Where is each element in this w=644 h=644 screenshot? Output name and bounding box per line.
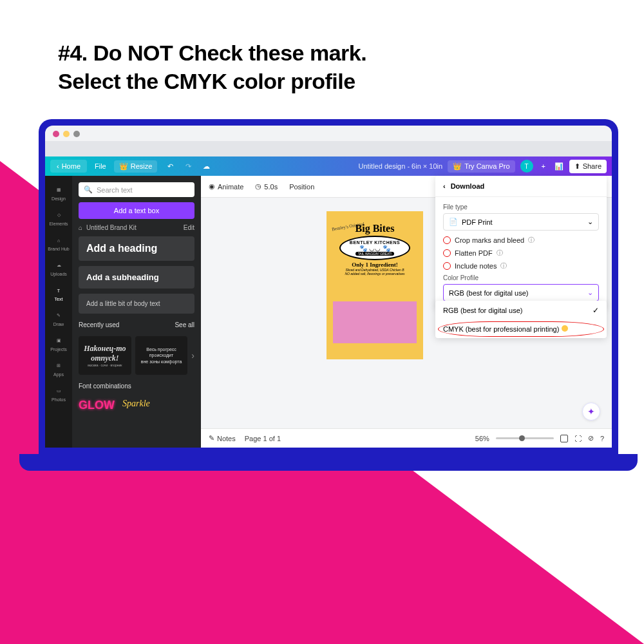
text-icon: T [53,285,64,296]
upload-icon: ⬆ [574,162,580,171]
crown-icon: 👑 [453,162,462,171]
plus-icon[interactable]: + [538,161,549,171]
bottom-bar: ✎Notes Page 1 of 1 56% ⛶ ⊘ ? [201,428,612,448]
undo-icon[interactable]: ↶ [165,161,175,171]
page-indicator: Page 1 of 1 [245,435,281,442]
rail-brandhub[interactable]: ⌂Brand Hub [45,231,72,255]
info-icon[interactable]: ⓘ [528,236,535,245]
back-icon[interactable]: ‹ [443,182,446,190]
edit-link[interactable]: Edit [184,224,194,231]
recently-used-label: Recently used [79,321,119,328]
templates-icon: ▦ [53,185,64,195]
pink-rectangle [333,301,417,343]
fullscreen-icon[interactable]: ⛶ [574,435,582,442]
mascot-face-icon: 🐾 ◡◡ 🐾 [359,245,390,252]
brand-kit-label: Untitled Brand Kit [86,224,137,231]
user-avatar[interactable]: T [520,160,533,173]
maximize-icon [73,131,80,137]
app-topbar: ‹ Home File 👑 Resize ↶ ↷ ☁ Untitled desi… [45,156,612,176]
rail-design[interactable]: ▦Design [45,181,72,205]
info-icon[interactable]: ⓘ [500,261,507,270]
crown-icon: 👑 [119,162,128,171]
animate-button[interactable]: ◉Animate [209,182,243,191]
rail-text[interactable]: TText [45,281,72,305]
position-button[interactable]: Position [289,183,314,191]
crop-marks-checkbox[interactable]: Crop marks and bleed ⓘ [443,236,599,245]
download-header: ‹ Download [435,176,607,197]
download-panel: ‹ Download File type 📄PDF Print ⌄ Crop m… [435,176,607,308]
rail-apps[interactable]: ⊞Apps [45,357,72,381]
font-combo-glow[interactable]: GLOW [79,399,115,412]
grid-view-icon[interactable] [560,435,568,442]
chevron-right-icon[interactable]: › [191,350,194,361]
laptop-base [19,454,638,471]
file-type-label: File type [443,204,599,211]
font-combinations-label: Font combinations [79,383,131,390]
color-profile-dropdown: RGB (best for digital use) ✓ CMYK (best … [435,301,607,338]
search-input[interactable]: 🔍 Search text [79,182,194,197]
browser-toolbar [45,141,612,156]
instruction-title: #4. Do NOT Check these mark. Select the … [58,39,366,95]
file-menu[interactable]: File [95,162,106,170]
try-pro-button[interactable]: 👑 Try Canva Pro [448,160,515,173]
redo-icon[interactable]: ↷ [183,161,193,171]
folder-icon: ▣ [53,336,64,346]
see-all-link[interactable]: See all [175,321,194,328]
image-icon: ▭ [53,386,64,396]
search-icon: 🔍 [84,185,93,194]
animate-icon: ◉ [209,182,215,191]
option-cmyk[interactable]: CMYK (best for professional printing) [435,320,607,338]
font-combo-sparkle[interactable]: Sparkle [122,399,150,412]
magic-button[interactable]: ✦ [582,402,600,421]
color-profile-label: Color Profile [443,274,599,281]
flatten-pdf-checkbox[interactable]: Flatten PDF ⓘ [443,249,599,258]
rail-projects[interactable]: ▣Projects [45,332,72,355]
annotation-circle-icon [443,236,451,244]
file-type-select[interactable]: 📄PDF Print ⌄ [443,213,599,231]
pencil-icon: ✎ [53,310,64,321]
app-screen: ‹ Home File 👑 Resize ↶ ↷ ☁ Untitled desi… [45,126,612,448]
check-icon[interactable]: ⊘ [588,434,594,442]
add-body-text-button[interactable]: Add a little bit of body text [79,294,194,314]
zoom-slider[interactable] [496,437,554,439]
laptop-mockup: ‹ Home File 👑 Resize ↶ ↷ ☁ Untitled desi… [39,119,618,471]
recent-item-2[interactable]: Весь прогресспроисходитвне зоны комфорта [135,336,188,375]
brand-kit-icon: ⌂ [79,224,82,231]
include-notes-checkbox[interactable]: Include notes ⓘ [443,261,599,270]
help-icon[interactable]: ? [600,435,604,442]
add-subheading-button[interactable]: Add a subheading [79,266,194,289]
add-text-box-button[interactable]: Add a text box [79,202,194,219]
analytics-icon[interactable]: 📊 [554,161,564,171]
home-button[interactable]: ‹ Home [50,160,87,173]
design-canvas[interactable]: Bentley's Original Big Bites BENTLEY KIT… [327,211,423,359]
info-icon[interactable]: ⓘ [497,249,503,258]
rail-draw[interactable]: ✎Draw [45,307,72,330]
timer-icon: ◷ [255,182,261,191]
document-title[interactable]: Untitled design - 6in × 10in [359,162,443,170]
add-heading-button[interactable]: Add a heading [79,236,194,261]
rail-elements[interactable]: ◇Elements [45,206,72,230]
annotation-circle-icon [443,249,451,257]
cloud-sync-icon[interactable]: ☁ [201,161,211,171]
apps-icon: ⊞ [53,361,64,371]
minimize-icon [63,131,70,137]
duration-button[interactable]: ◷5.0s [255,182,278,191]
cloud-upload-icon: ☁ [53,260,64,270]
notes-button[interactable]: ✎Notes [209,434,236,442]
left-rail: ▦Design ◇Elements ⌂Brand Hub ☁Uploads TT… [45,176,72,448]
color-profile-select[interactable]: RGB (best for digital use) ⌄ [443,284,599,301]
option-rgb[interactable]: RGB (best for digital use) ✓ [435,301,607,320]
brand-icon: ⌂ [53,235,64,245]
recent-item-1[interactable]: Hakoнeц-moomnyck!москва · сочи · вторник [79,336,131,375]
side-panel: 🔍 Search text Add a text box ⌂Untitled B… [72,176,201,448]
logo-oval: BENTLEY KITCHENS 🐾 ◡◡ 🐾 TAIL WAGGIN' GRE… [339,236,410,260]
pro-badge-icon [562,325,568,332]
share-button[interactable]: ⬆ Share [569,160,607,173]
chevron-down-icon: ⌄ [587,289,593,297]
annotation-circle-icon [443,262,451,270]
sparkle-icon: ✦ [587,406,595,417]
rail-photos[interactable]: ▭Photos [45,382,72,406]
resize-button[interactable]: 👑 Resize [114,160,158,173]
rail-uploads[interactable]: ☁Uploads [45,256,72,280]
shapes-icon: ◇ [53,210,64,220]
